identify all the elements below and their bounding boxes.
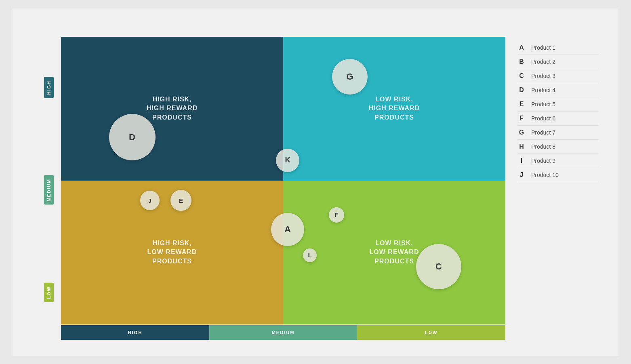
legend: A Product 1 B Product 2 C Product 3 D Pr… [517,37,598,344]
legend-item: C Product 3 [517,69,598,83]
quadrant-top-left-label: HIGH RISK,HIGH REWARDPRODUCTS [147,95,198,122]
quadrant-bottom-right: LOW RISK,LOW REWARDPRODUCTS [283,181,505,324]
quadrant-bottom-right-label: LOW RISK,LOW REWARDPRODUCTS [370,239,419,266]
legend-name: Product 1 [531,44,555,51]
y-tick-high: HIGH [37,37,61,139]
x-axis-bar: HIGH MEDIUM LOW [61,325,505,340]
y-axis-label [33,37,37,344]
legend-item: G Product 7 [517,126,598,140]
legend-letter: F [517,115,526,122]
legend-item: D Product 4 [517,83,598,97]
quadrant-bottom-left-label: HIGH RISK,LOW REWARDPRODUCTS [147,239,197,266]
chart-area: HIGH MEDIUM LOW [33,37,505,344]
y-tick-high-label: HIGH [44,77,54,98]
matrix: HIGH RISK,HIGH REWARDPRODUCTS LOW RISK,H… [61,37,505,324]
matrix-wrapper: HIGH RISK,HIGH REWARDPRODUCTS LOW RISK,H… [61,37,505,344]
legend-name: Product 7 [531,129,555,136]
quadrant-top-right-label: LOW RISK,HIGH REWARDPRODUCTS [369,95,420,122]
legend-name: Product 10 [531,172,559,178]
legend-name: Product 8 [531,143,555,150]
x-tick-low: LOW [357,325,505,340]
legend-item: F Product 6 [517,112,598,126]
legend-letter: A [517,44,526,51]
legend-item: A Product 1 [517,41,598,55]
legend-item: B Product 2 [517,55,598,69]
y-tick-medium-label: MEDIUM [44,175,54,205]
legend-item: E Product 5 [517,97,598,112]
legend-letter: D [517,86,526,94]
y-tick-medium: MEDIUM [37,139,61,241]
legend-name: Product 6 [531,115,555,122]
legend-letter: H [517,143,526,150]
chart-with-y-axis: HIGH MEDIUM LOW [33,37,505,344]
y-ticks: HIGH MEDIUM LOW [37,37,61,344]
x-tick-high: HIGH [61,325,209,340]
legend-letter: G [517,129,526,136]
legend-letter: I [517,157,526,164]
quadrant-top-left: HIGH RISK,HIGH REWARDPRODUCTS [61,37,283,181]
y-ticks-and-chart: HIGH MEDIUM LOW [37,37,505,344]
legend-item: J Product 10 [517,168,598,182]
content-row: HIGH MEDIUM LOW [33,37,598,344]
legend-letter: B [517,58,526,65]
legend-name: Product 5 [531,101,555,107]
legend-name: Product 2 [531,59,555,65]
quadrant-top-right: LOW RISK,HIGH REWARDPRODUCTS [283,37,505,181]
legend-item: H Product 8 [517,140,598,154]
legend-name: Product 4 [531,87,555,93]
y-tick-low-label: LOW [44,283,54,302]
legend-name: Product 9 [531,158,555,164]
y-tick-low: LOW [37,241,61,343]
legend-letter: E [517,101,526,108]
x-tick-medium: MEDIUM [209,325,358,340]
legend-letter: C [517,72,526,80]
quadrant-bottom-left: HIGH RISK,LOW REWARDPRODUCTS [61,181,283,324]
legend-letter: J [517,171,526,179]
legend-name: Product 3 [531,73,555,79]
legend-item: I Product 9 [517,154,598,168]
main-container: HIGH MEDIUM LOW [13,8,618,356]
